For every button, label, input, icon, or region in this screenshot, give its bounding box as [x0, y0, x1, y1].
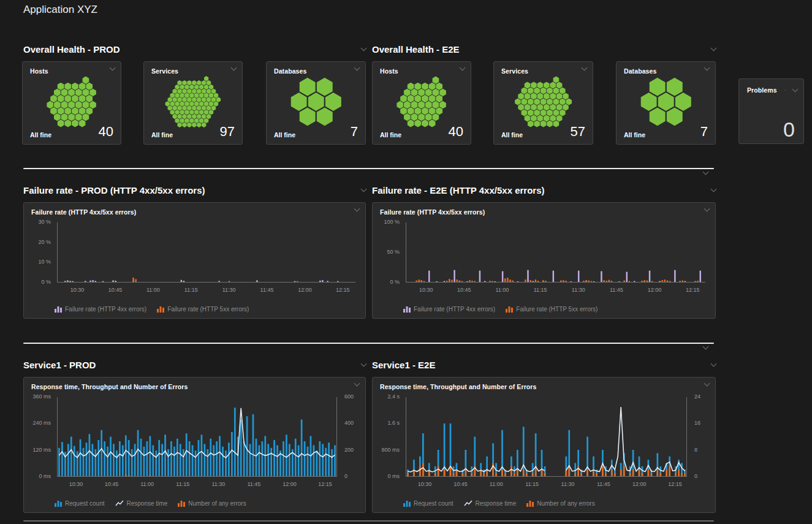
- legend-label: Number of any errors: [188, 500, 246, 507]
- problems-tile[interactable]: Problems 0: [738, 78, 804, 144]
- axis-tick-label: 11:15: [176, 481, 189, 487]
- chart-legend: Request countResponse timeNumber of any …: [55, 500, 246, 507]
- legend-item[interactable]: Failure rate (HTTP 5xx errors): [157, 306, 249, 313]
- chevron-down-icon[interactable]: [361, 186, 367, 192]
- axis-tick-label: 120 ms: [32, 447, 51, 453]
- bar-series-icon: [178, 500, 185, 507]
- service-prod-chart-tile[interactable]: Response time, Throughput and Number of …: [23, 377, 366, 513]
- axis-tick-label: 1.6 s: [387, 420, 400, 426]
- chart-plot[interactable]: [406, 222, 705, 283]
- failure-e2e-chart-tile[interactable]: Failure rate (HTTP 4xx/5xx errors) 0 %50…: [372, 202, 716, 319]
- tile-title: Response time, Throughput and Number of …: [31, 383, 188, 390]
- legend-item[interactable]: Failure rate (HTTP 5xx errors): [506, 306, 598, 313]
- health-tile-databases-prod[interactable]: Databases All fine7: [266, 61, 366, 145]
- chevron-down-icon[interactable]: [792, 86, 799, 93]
- axis-tick-label: 800 ms: [381, 447, 400, 453]
- failure-prod-chart-tile[interactable]: Failure rate (HTTP 4xx/5xx errors) 0 %10…: [23, 202, 366, 319]
- section-collapse-chevron[interactable]: [703, 344, 709, 350]
- axis-tick-label: 11:45: [610, 287, 623, 293]
- legend-label: Failure rate (HTTP 5xx errors): [167, 306, 249, 313]
- problems-count: 0: [783, 119, 795, 140]
- health-tile-databases-e2e[interactable]: Databases All fine7: [616, 61, 716, 145]
- axis-tick-label: 10:45: [457, 287, 471, 293]
- hexagon-grid: [379, 75, 465, 128]
- axis-tick-label: 20 %: [38, 239, 51, 245]
- axis-tick-label: 11:00: [140, 481, 154, 487]
- health-tile-services-prod[interactable]: Services All fine97: [143, 61, 243, 145]
- chart-plot[interactable]: [406, 397, 687, 477]
- axis-tick-label: 0 ms: [387, 473, 400, 479]
- axis-tick-label: 11:15: [534, 287, 547, 293]
- status-text: All fine: [380, 131, 401, 139]
- section-collapse-chevron[interactable]: [703, 169, 709, 175]
- axis-tick-label: 12:00: [283, 481, 297, 487]
- chevron-down-icon[interactable]: [460, 65, 466, 71]
- chevron-down-icon[interactable]: [711, 361, 717, 367]
- axis-tick-label: 12:00: [648, 287, 662, 293]
- section-header-service-e2e: Service1 - E2E: [372, 359, 716, 371]
- legend-label: Failure rate (HTTP 4xx errors): [414, 306, 495, 313]
- legend-item[interactable]: Failure rate (HTTP 4xx errors): [403, 306, 495, 313]
- chevron-down-icon[interactable]: [354, 65, 360, 71]
- bar-series-icon: [55, 500, 62, 507]
- service-e2e-chart-tile[interactable]: Response time, Throughput and Number of …: [372, 377, 716, 513]
- section-divider: [23, 343, 714, 344]
- bar-series-icon: [157, 306, 164, 313]
- axis-tick-label: 11:45: [597, 481, 610, 487]
- chevron-down-icon[interactable]: [361, 45, 367, 51]
- status-text: All fine: [151, 131, 173, 139]
- bar-series-icon: [526, 500, 534, 507]
- tile-title: Failure rate (HTTP 4xx/5xx errors): [380, 208, 485, 216]
- legend-item[interactable]: Response time: [464, 500, 517, 507]
- axis-tick-label: 11:45: [248, 481, 261, 487]
- axis-tick-label: 50 %: [387, 249, 400, 255]
- legend-item[interactable]: Failure rate (HTTP 4xx errors): [55, 306, 146, 313]
- legend-item[interactable]: Number of any errors: [178, 500, 246, 507]
- chevron-down-icon[interactable]: [582, 65, 588, 71]
- chevron-down-icon[interactable]: [711, 45, 717, 51]
- axis-tick-label: 10:30: [70, 287, 85, 293]
- chevron-down-icon[interactable]: [110, 65, 116, 71]
- chevron-down-icon[interactable]: [711, 186, 717, 192]
- entity-count: 40: [99, 125, 113, 139]
- bar-series-icon: [403, 500, 411, 507]
- tile-title: Databases: [274, 67, 306, 75]
- entity-count: 7: [700, 125, 708, 139]
- chart-area: 0 %50 %100 % 10:3010:4511:0011:1511:3011…: [378, 220, 710, 294]
- chevron-down-icon[interactable]: [704, 65, 710, 71]
- health-tile-hosts-e2e[interactable]: Hosts All fine40: [372, 61, 471, 145]
- axis-tick-label: 12:00: [632, 481, 647, 487]
- chevron-down-icon[interactable]: [704, 206, 710, 212]
- chevron-down-icon[interactable]: [354, 206, 360, 212]
- axis-tick-label: 11:30: [561, 481, 575, 487]
- status-text: All fine: [274, 131, 295, 139]
- health-tile-hosts-prod[interactable]: Hosts All fine40: [22, 61, 121, 145]
- entity-count: 7: [351, 125, 358, 139]
- legend-item[interactable]: Request count: [403, 500, 453, 507]
- tile-title: Services: [151, 67, 178, 75]
- legend-item[interactable]: Response time: [115, 500, 168, 507]
- legend-item[interactable]: Request count: [55, 500, 105, 507]
- axis-tick-label: 12:15: [336, 287, 350, 293]
- tile-title: Hosts: [380, 67, 398, 75]
- chart-plot[interactable]: [57, 397, 337, 477]
- hexagon-grid: [29, 75, 115, 128]
- chart-plot[interactable]: [57, 222, 355, 283]
- tile-title: Problems: [747, 86, 777, 94]
- x-axis: 10:3010:4511:0011:1511:3011:4512:0012:15: [57, 284, 355, 294]
- chevron-down-icon[interactable]: [704, 381, 710, 387]
- section-title: Service1 - PROD: [23, 360, 96, 370]
- chevron-down-icon[interactable]: [361, 361, 367, 367]
- axis-tick-label: 240 ms: [32, 420, 51, 426]
- y-axis-right: 081624: [689, 397, 710, 477]
- section-title: Overall Health - PROD: [23, 44, 120, 55]
- axis-tick-label: 11:15: [184, 287, 198, 293]
- health-tile-services-e2e[interactable]: Services All fine57: [493, 61, 593, 145]
- bar-series-icon: [403, 306, 411, 313]
- chevron-down-icon[interactable]: [231, 65, 237, 71]
- legend-item[interactable]: Number of any errors: [526, 500, 594, 507]
- chart-legend: Failure rate (HTTP 4xx errors)Failure ra…: [403, 306, 598, 313]
- x-axis: 10:3010:4511:0011:1511:3011:4512:0012:15: [406, 284, 705, 294]
- chevron-down-icon[interactable]: [354, 381, 360, 387]
- x-axis: 10:3010:4511:0011:1511:3011:4512:0012:15: [57, 479, 337, 488]
